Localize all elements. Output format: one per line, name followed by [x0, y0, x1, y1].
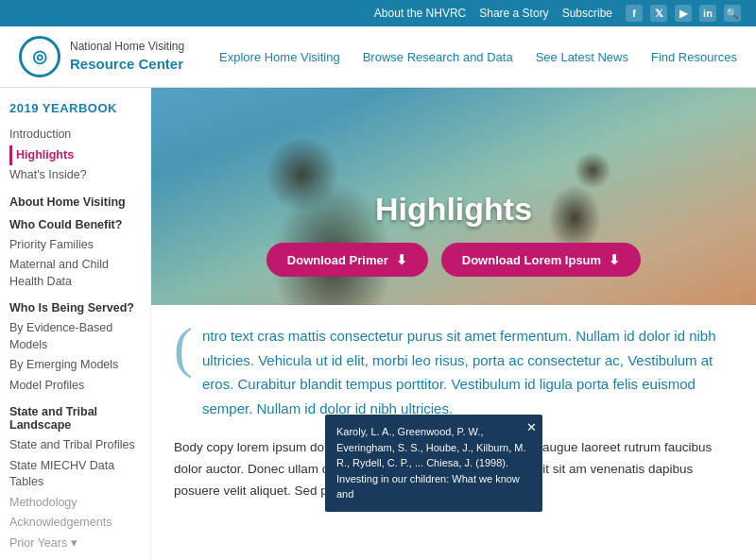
nav-browse[interactable]: Browse Research and Data	[363, 50, 513, 64]
linkedin-icon[interactable]: in	[699, 5, 716, 22]
download-primer-button[interactable]: Download Primer ⬇	[266, 243, 428, 277]
main-layout: 2019 YEARBOOK Introduction Highlights Wh…	[0, 88, 756, 560]
intro-paragraph: ntro text cras mattis consectetur purus …	[202, 324, 733, 420]
nav-resources[interactable]: Find Resources	[651, 50, 737, 64]
sidebar-item-model-profiles[interactable]: Model Profiles	[9, 376, 141, 397]
subscribe-link[interactable]: Subscribe	[562, 7, 612, 20]
download-arrow-icon-2: ⬇	[609, 252, 620, 267]
logo-icon: ◎	[19, 36, 60, 77]
logo-text: National Home Visiting Resource Center	[70, 40, 184, 73]
sidebar-item-evidence-based[interactable]: By Evidence-Based Models	[9, 318, 141, 355]
twitter-icon[interactable]: 𝕏	[650, 5, 667, 22]
sidebar-item-whats-inside[interactable]: What's Inside?	[9, 165, 141, 186]
download-arrow-icon: ⬇	[396, 252, 407, 267]
sidebar-item-methodology[interactable]: Methodology	[9, 493, 141, 514]
intro-bracket: (	[174, 319, 193, 420]
about-link[interactable]: About the NHVRC	[374, 7, 466, 20]
body-content: ( ntro text cras mattis consectetur puru…	[151, 305, 756, 535]
logo-area: ◎ National Home Visiting Resource Center	[19, 36, 184, 77]
site-header: ◎ National Home Visiting Resource Center…	[0, 26, 756, 88]
sidebar-item-maternal-child[interactable]: Maternal and Child Health Data	[9, 255, 141, 292]
sidebar-section-who-benefit: Who Could Benefit?	[9, 218, 141, 231]
body-paragraph-wrapper: Body copy lorem ipsum dolor sit amet. Vi…	[174, 437, 733, 502]
sidebar: 2019 YEARBOOK Introduction Highlights Wh…	[0, 88, 151, 560]
hero-title: Highlights	[151, 191, 756, 228]
sidebar-item-introduction[interactable]: Introduction	[9, 125, 141, 145]
intro-text-block: ( ntro text cras mattis consectetur puru…	[174, 324, 733, 420]
sidebar-item-acknowledgements[interactable]: Acknowledgements	[9, 513, 141, 534]
sidebar-item-prior-years[interactable]: Prior Years ▾	[9, 534, 141, 554]
main-nav: Explore Home Visiting Browse Research an…	[219, 50, 737, 64]
youtube-icon[interactable]: ▶	[675, 5, 692, 22]
top-bar: About the NHVRC Share a Story Subscribe …	[0, 0, 756, 26]
download-lorem-button[interactable]: Download Lorem Ipsum ⬇	[441, 243, 641, 277]
nav-explore[interactable]: Explore Home Visiting	[219, 50, 340, 64]
sidebar-item-state-tribal-profiles[interactable]: State and Tribal Profiles	[9, 435, 141, 456]
social-icons: f 𝕏 ▶ in 🔍	[626, 5, 741, 22]
year-label: 2019 YEARBOOK	[9, 101, 141, 115]
sidebar-item-miechv-tables[interactable]: State MIECHV Data Tables	[9, 456, 141, 493]
sidebar-item-emerging-models[interactable]: By Emerging Models	[9, 355, 141, 376]
nav-news[interactable]: See Latest News	[536, 50, 628, 64]
citation-popup: ✕ Karoly, L. A., Greenwood, P. W., Everi…	[325, 415, 542, 512]
hero-section: Highlights Download Primer ⬇ Download Lo…	[151, 88, 756, 305]
main-content: Highlights Download Primer ⬇ Download Lo…	[151, 88, 756, 560]
sidebar-item-priority-families[interactable]: Priority Families	[9, 235, 141, 256]
share-link[interactable]: Share a Story	[479, 7, 548, 20]
sidebar-section-about: About Home Visiting	[9, 195, 141, 209]
sidebar-section-tribal: State and Tribal Landscape	[9, 405, 141, 432]
facebook-icon[interactable]: f	[626, 5, 643, 22]
site-title: Resource Center	[70, 55, 184, 74]
hero-buttons: Download Primer ⬇ Download Lorem Ipsum ⬇	[151, 243, 756, 277]
citation-text: Karoly, L. A., Greenwood, P. W., Evering…	[336, 426, 526, 500]
sidebar-section-who-served: Who Is Being Served?	[9, 301, 141, 314]
search-icon[interactable]: 🔍	[724, 5, 741, 22]
sidebar-item-highlights[interactable]: Highlights	[9, 145, 141, 166]
citation-close-button[interactable]: ✕	[526, 418, 537, 437]
